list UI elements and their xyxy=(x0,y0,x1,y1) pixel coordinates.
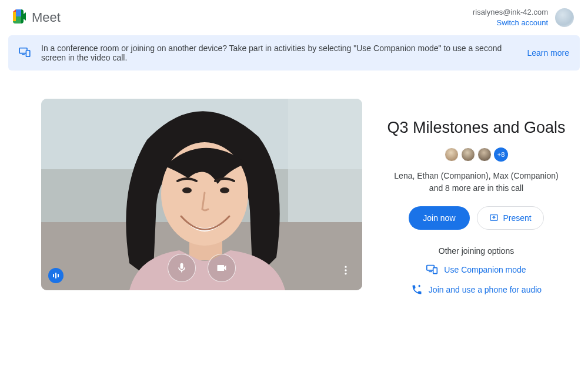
phone-audio-label: Join and use a phone for audio xyxy=(429,285,542,294)
svg-rect-2 xyxy=(16,16,21,24)
switch-account-link[interactable]: Switch account xyxy=(497,18,548,28)
join-panel: Q3 Milestones and Goals +8 Lena, Ethan (… xyxy=(374,99,579,304)
phone-audio-link[interactable]: Join and use a phone for audio xyxy=(411,284,542,296)
preview-controls xyxy=(168,254,236,282)
present-button[interactable]: Present xyxy=(477,206,544,230)
companion-mode-link[interactable]: Use Companion mode xyxy=(426,264,526,276)
companion-banner: In a conference room or joining on anoth… xyxy=(8,35,580,71)
join-now-button[interactable]: Join now xyxy=(409,206,469,230)
svg-point-14 xyxy=(345,266,346,268)
meet-logo-icon xyxy=(12,9,28,26)
meeting-title: Q3 Milestones and Goals xyxy=(387,119,565,137)
devices-icon xyxy=(426,264,438,276)
participant-more-badge: +8 xyxy=(494,147,508,162)
brand-name: Meet xyxy=(32,10,61,25)
video-preview xyxy=(41,99,362,290)
svg-rect-9 xyxy=(288,99,362,222)
app-header: Meet risalynes@ink-42.com Switch account xyxy=(0,0,588,35)
microphone-icon xyxy=(176,262,188,274)
more-options-button[interactable] xyxy=(335,260,356,281)
account-area: risalynes@ink-42.com Switch account xyxy=(473,7,574,28)
participants-text: Lena, Ethan (Companion), Max (Companion)… xyxy=(388,170,564,194)
camera-toggle-button[interactable] xyxy=(208,254,236,282)
participant-avatar xyxy=(445,147,459,162)
svg-rect-5 xyxy=(26,51,29,56)
devices-icon xyxy=(19,48,31,59)
learn-more-link[interactable]: Learn more xyxy=(527,48,569,58)
participant-avatar xyxy=(477,147,492,162)
other-options-title: Other joining options xyxy=(439,246,514,256)
avatar[interactable] xyxy=(555,8,574,27)
svg-point-12 xyxy=(182,187,192,193)
present-label: Present xyxy=(503,213,532,223)
account-email: risalynes@ink-42.com xyxy=(473,7,548,18)
svg-point-13 xyxy=(220,187,229,193)
participant-avatars: +8 xyxy=(445,147,508,162)
svg-point-15 xyxy=(345,270,346,271)
svg-rect-1 xyxy=(16,9,21,16)
banner-text: In a conference room or joining on anoth… xyxy=(41,43,516,62)
svg-rect-0 xyxy=(13,12,16,21)
svg-rect-20 xyxy=(433,268,437,274)
participant-avatar xyxy=(461,147,475,162)
present-icon xyxy=(489,213,499,223)
more-vert-icon xyxy=(340,264,352,276)
camera-icon xyxy=(216,262,228,274)
phone-plus-icon xyxy=(411,284,423,296)
brand: Meet xyxy=(12,9,61,26)
companion-mode-label: Use Companion mode xyxy=(444,265,526,274)
svg-point-16 xyxy=(345,273,346,275)
mic-toggle-button[interactable] xyxy=(168,254,196,282)
